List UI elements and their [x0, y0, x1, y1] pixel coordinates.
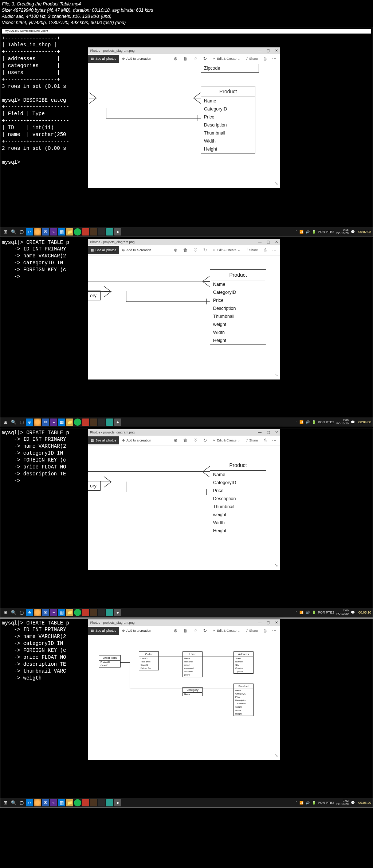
system-tray[interactable]: ˄ 📶 🔊 🔋 POR PTB2 9:16 PO 10/20 💬 00:02:0…	[295, 229, 371, 235]
windows-taskbar[interactable]: ⊞ 🔍 ▢ e ✉ ⌁ ▦ 📁 ● ˄ 📶 🔊 🔋 POR PTB2	[0, 227, 373, 237]
search-icon[interactable]: 🔍	[10, 228, 17, 236]
video-frame-2: mysql|> CREATE TABLE p -> ID INT PRIMARY…	[0, 238, 373, 427]
entity-product: Product Name CategoryID Price Descriptio…	[210, 269, 266, 345]
app-dark-icon[interactable]	[98, 228, 105, 236]
video-frame-4: mysql|> CREATE TABLE p -> ID INT PRIMARY…	[0, 618, 373, 808]
photos-app-window[interactable]: Photos - projects_diagram.png —▢✕ ▦See a…	[88, 239, 280, 379]
photos-app-window[interactable]: Photos - projects_diagram.png —▢✕ ▦See a…	[88, 429, 280, 570]
windows-taskbar[interactable]: ⊞🔍▢ e✉ ⌁▦📁 ● ˄📶🔊🔋POR PTB2 7:00PO 10/20 💬…	[0, 608, 373, 617]
er-diagram-full[interactable]: Order Item ProductID OrderID Order UserI…	[88, 636, 280, 760]
plus-icon: ⊕	[122, 57, 125, 61]
print-icon[interactable]: ⎙	[264, 56, 266, 61]
size-line: Size: 48729940 bytes (46.47 MiB), durati…	[2, 7, 371, 13]
entity-user: User Name surname email password address…	[182, 651, 203, 677]
rotate-icon[interactable]: ↻	[203, 56, 207, 61]
add-to-creation-button[interactable]: ⊕Add to a creation	[119, 246, 154, 254]
add-to-creation-button[interactable]: ⊕ Add to a creation	[119, 55, 154, 63]
terminal-output: mysql|> CREATE TABLE p -> ID INT PRIMARY…	[0, 238, 71, 281]
entity-address: Address Street Number City Country Zipco…	[233, 651, 254, 674]
terminal-output: mysql|> CREATE TABLE p -> ID INT PRIMARY…	[0, 428, 71, 486]
entity-product: Product Name CategoryID Price Descriptio…	[201, 86, 255, 153]
entity-order-item: Order Item ProductID OrderID	[99, 655, 121, 667]
firefox-icon[interactable]	[34, 228, 41, 236]
terminal-output: +-----------------+ | Tables_in_shop | +…	[0, 34, 71, 167]
video-frame-3: mysql|> CREATE TABLE p -> ID INT PRIMARY…	[0, 428, 373, 618]
photos-title: Photos - projects_diagram.png	[90, 49, 135, 52]
entity-order: Order UserID Total price OrderID Deliver…	[139, 651, 159, 671]
minimize-button[interactable]: —	[258, 48, 262, 52]
entity-product: Product Name CategoryID Price Descriptio…	[233, 684, 254, 716]
photos-taskbar-icon[interactable]	[106, 228, 113, 236]
see-all-photos-button[interactable]: ▦See all photos	[88, 246, 119, 254]
file-info-header: File: 3. Creating the Product Table.mp4 …	[0, 0, 373, 27]
mysql-icon[interactable]	[90, 228, 97, 236]
app-red-icon[interactable]	[82, 228, 89, 236]
see-all-photos-button[interactable]: ▦ See all photos	[88, 55, 119, 63]
resize-handle-icon[interactable]: ⤡	[275, 181, 278, 186]
more-icon[interactable]: ⋯	[272, 56, 276, 61]
grid-icon: ▦	[91, 57, 94, 61]
share-button[interactable]: ⤴ Share	[246, 57, 258, 61]
maximize-button[interactable]: ▢	[267, 48, 270, 52]
audio-line: Audio: aac, 44100 Hz, 2 channels, s16, 1…	[2, 13, 371, 20]
video-timestamp: 00:02:08	[358, 230, 371, 234]
zoom-icon[interactable]: ⊕	[174, 56, 177, 61]
wifi-icon[interactable]: 📶	[299, 230, 303, 234]
video-line: Video: h264, yuv420p, 1280x720, 493 kb/s…	[2, 20, 371, 26]
photos-app-window[interactable]: Photos - projects_diagram.png —▢✕ ▦See a…	[88, 619, 280, 760]
windows-taskbar[interactable]: ⊞🔍▢ e✉ ⌁▦📁 ● ˄📶🔊🔋POR PTB2 7:00PO 10/20 💬…	[0, 417, 373, 427]
explorer-icon[interactable]: 📁	[66, 228, 73, 236]
delete-icon[interactable]: 🗑	[183, 56, 188, 61]
entity-product: Product Name CategoryID Price Descriptio…	[210, 460, 266, 535]
file-line: File: 3. Creating the Product Table.mp4	[2, 1, 371, 7]
edge-icon[interactable]: e	[26, 228, 33, 236]
spotify-icon[interactable]	[74, 228, 81, 236]
recorder-icon[interactable]: ●	[114, 228, 121, 236]
photos-canvas[interactable]: Zipcode Product Name CategoryID Price De…	[88, 64, 280, 188]
close-button[interactable]: ✕	[275, 48, 278, 52]
start-button[interactable]: ⊞	[2, 228, 9, 236]
tray-chevron-icon[interactable]: ˄	[295, 230, 297, 234]
task-view-icon[interactable]: ▢	[18, 228, 25, 236]
heart-icon[interactable]: ♡	[193, 56, 197, 61]
windows-taskbar[interactable]: ⊞🔍▢ e✉ ⌁▦📁 ● ˄📶🔊🔋POR PTB2 7:02PO 10/20 💬…	[0, 798, 373, 807]
battery-icon[interactable]: 🔋	[312, 230, 316, 234]
video-frame-1: MySQL 8.0 Command Line Client +---------…	[0, 27, 373, 237]
photos-app-window[interactable]: Photos - projects_diagram.png — ▢ ✕ ▦ Se…	[88, 47, 280, 188]
notifications-icon[interactable]: 💬	[351, 230, 355, 234]
edit-create-button[interactable]: ✂ Edit & Create ⌄	[213, 57, 240, 61]
photos-toolbar: ▦ See all photos ⊕ Add to a creation ⊕ 🗑…	[88, 54, 280, 64]
app-icon[interactable]: ▦	[58, 228, 65, 236]
terminal-titlebar: MySQL 8.0 Command Line Client	[5, 29, 48, 32]
terminal-output: mysql|> CREATE TABLE p -> ID INT PRIMARY…	[0, 619, 71, 683]
vscode-icon[interactable]: ⌁	[50, 228, 57, 236]
mail-icon[interactable]: ✉	[42, 228, 49, 236]
volume-icon[interactable]: 🔊	[306, 230, 310, 234]
photos-titlebar[interactable]: Photos - projects_diagram.png — ▢ ✕	[88, 47, 280, 54]
